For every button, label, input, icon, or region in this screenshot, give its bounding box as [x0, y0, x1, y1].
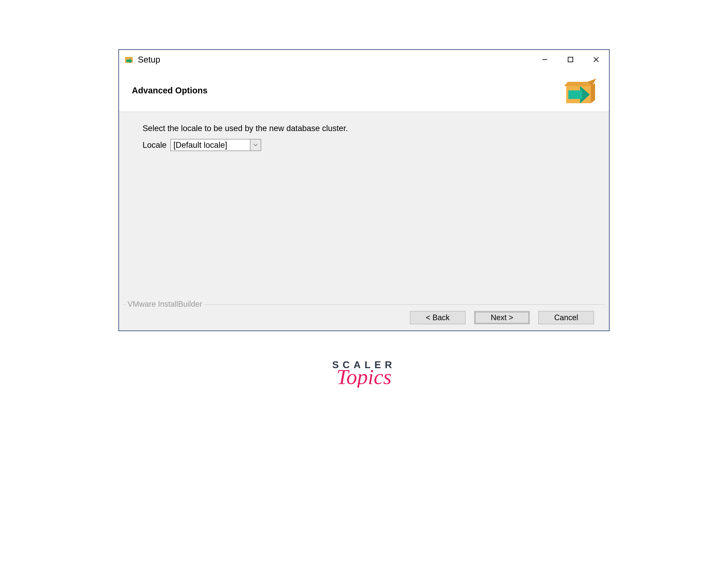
wizard-header: Advanced Options: [119, 69, 609, 112]
window-title: Setup: [138, 55, 532, 65]
brand-text-bottom: Topics: [332, 366, 396, 388]
locale-label: Locale: [142, 141, 166, 150]
installbuilder-label: VMware InstallBuilder: [126, 300, 204, 309]
titlebar: Setup: [119, 50, 609, 69]
svg-rect-4: [568, 57, 573, 62]
scaler-topics-logo: SCALER Topics: [332, 359, 396, 388]
svg-marker-0: [125, 57, 133, 58]
back-button[interactable]: < Back: [410, 311, 466, 324]
cancel-button[interactable]: Cancel: [538, 311, 594, 324]
locale-select[interactable]: [Default locale]: [171, 139, 261, 151]
maximize-button[interactable]: [557, 50, 583, 69]
wizard-footer: < Back Next > Cancel: [119, 305, 609, 330]
instruction-text: Select the locale to be used by the new …: [142, 124, 586, 133]
next-button[interactable]: Next >: [474, 311, 530, 324]
installer-box-icon: [564, 75, 596, 105]
wizard-content: Select the locale to be used by the new …: [119, 112, 609, 305]
chevron-down-icon[interactable]: [250, 140, 261, 151]
locale-select-value: [Default locale]: [171, 140, 250, 151]
locale-field: Locale [Default locale]: [142, 139, 586, 151]
close-button[interactable]: [583, 50, 609, 69]
minimize-button[interactable]: [532, 50, 557, 69]
page-title: Advanced Options: [132, 86, 207, 95]
installer-small-icon: [124, 54, 134, 65]
svg-marker-10: [591, 83, 595, 103]
svg-marker-7: [564, 82, 592, 86]
setup-window: Setup Advanced Options: [119, 49, 609, 331]
window-controls: [532, 50, 609, 69]
